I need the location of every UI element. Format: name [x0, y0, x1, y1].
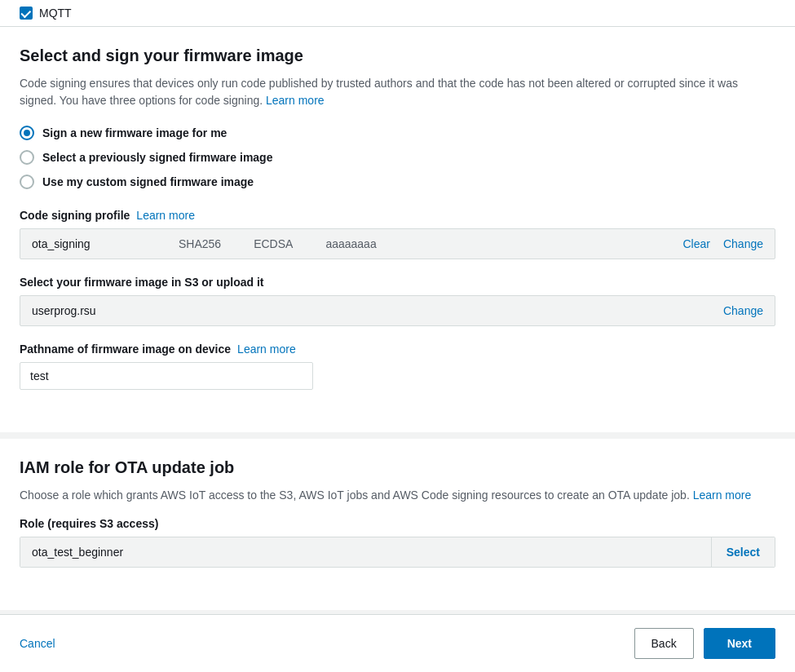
change-profile-link[interactable]: Change [723, 237, 763, 250]
role-label: Role (requires S3 access) [20, 517, 158, 530]
footer: Cancel Back Next [0, 614, 795, 672]
radio-sign-new-dot [24, 130, 30, 136]
radio-custom-label: Use my custom signed firmware image [42, 175, 254, 188]
role-label-row: Role (requires S3 access) [20, 517, 775, 530]
radio-sign-new-circle[interactable] [20, 126, 34, 140]
code-signing-label-row: Code signing profile Learn more [20, 209, 775, 222]
role-name: ota_test_beginner [20, 537, 711, 567]
radio-select-prev-label: Select a previously signed firmware imag… [42, 151, 272, 164]
radio-sign-new[interactable]: Sign a new firmware image for me [20, 126, 775, 140]
code-signing-profile-section: Code signing profile Learn more ota_sign… [20, 209, 775, 259]
firmware-image-label: Select your firmware image in S3 or uplo… [20, 276, 264, 289]
iam-description: Choose a role which grants AWS IoT acces… [20, 487, 775, 504]
profile-encryption: ECDSA [254, 237, 293, 250]
radio-custom[interactable]: Use my custom signed firmware image [20, 175, 775, 189]
role-field-section: Role (requires S3 access) ota_test_begin… [20, 517, 775, 568]
radio-select-prev-circle[interactable] [20, 150, 34, 165]
pathname-section: Pathname of firmware image on device Lea… [20, 343, 775, 390]
pathname-learn-more[interactable]: Learn more [237, 343, 296, 356]
code-signing-label: Code signing profile [20, 209, 130, 222]
clear-profile-link[interactable]: Clear [682, 237, 709, 250]
profile-row: ota_signing SHA256 ECDSA aaaaaaaa Clear … [20, 228, 775, 259]
profile-actions: Clear Change [682, 237, 763, 250]
firmware-section-title: Select and sign your firmware image [20, 46, 775, 65]
mqtt-label: MQTT [39, 7, 72, 20]
back-button[interactable]: Back [634, 628, 694, 659]
firmware-description: Code signing ensures that devices only r… [20, 75, 775, 109]
change-firmware-link[interactable]: Change [723, 304, 763, 317]
profile-id: aaaaaaaa [325, 237, 376, 250]
next-button[interactable]: Next [704, 628, 775, 659]
radio-group: Sign a new firmware image for me Select … [20, 126, 775, 189]
radio-select-prev[interactable]: Select a previously signed firmware imag… [20, 150, 775, 165]
cancel-link[interactable]: Cancel [20, 637, 55, 650]
firmware-filename: userprog.rsu [32, 304, 723, 317]
footer-right: Back Next [634, 628, 775, 659]
role-row: ota_test_beginner Select [20, 537, 775, 568]
firmware-learn-more-link[interactable]: Learn more [266, 94, 325, 107]
pathname-label: Pathname of firmware image on device [20, 343, 231, 356]
pathname-input[interactable] [20, 362, 313, 390]
mqtt-checkbox[interactable] [20, 7, 33, 20]
iam-section: IAM role for OTA update job Choose a rol… [0, 439, 795, 610]
firmware-section: Select and sign your firmware image Code… [0, 27, 795, 439]
profile-name: ota_signing [32, 237, 179, 250]
iam-section-title: IAM role for OTA update job [20, 458, 775, 477]
radio-sign-new-label: Sign a new firmware image for me [42, 126, 227, 139]
firmware-image-label-row: Select your firmware image in S3 or uplo… [20, 276, 775, 289]
radio-custom-circle[interactable] [20, 175, 34, 189]
iam-learn-more-link[interactable]: Learn more [693, 489, 752, 502]
pathname-label-row: Pathname of firmware image on device Lea… [20, 343, 775, 356]
firmware-image-section: Select your firmware image in S3 or uplo… [20, 276, 775, 326]
firmware-row: userprog.rsu Change [20, 295, 775, 326]
code-signing-learn-more[interactable]: Learn more [136, 209, 195, 222]
profile-meta: SHA256 ECDSA aaaaaaaa [179, 237, 682, 250]
profile-algorithm: SHA256 [179, 237, 221, 250]
select-role-button[interactable]: Select [711, 537, 775, 567]
top-bar: MQTT [0, 0, 795, 27]
